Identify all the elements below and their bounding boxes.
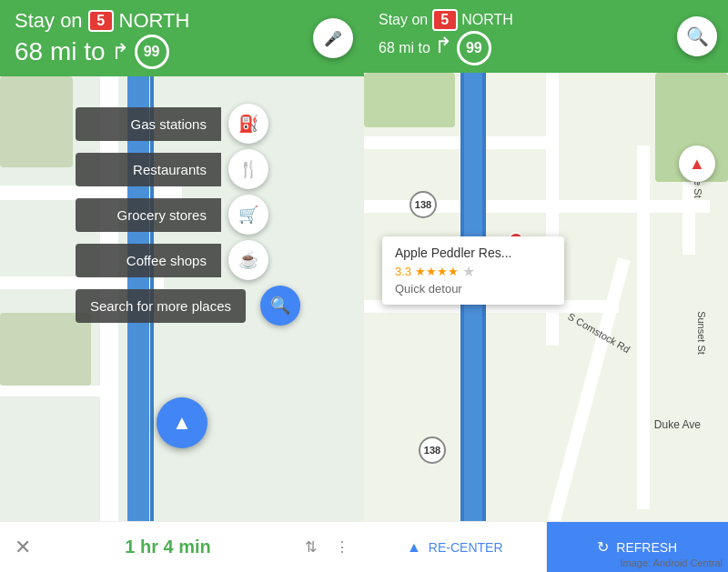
stay-on-text-left: Stay on bbox=[15, 9, 83, 33]
coffee-icon: ☕ bbox=[238, 250, 258, 270]
place-name: Apple Peddler Res... bbox=[395, 246, 551, 260]
restaurants-icon-btn[interactable]: 🍴 bbox=[228, 149, 268, 189]
compass[interactable]: ▲ bbox=[679, 146, 715, 182]
hwy-138-bottom: 138 bbox=[419, 437, 446, 464]
turn-arrow-right: ↱ bbox=[434, 33, 452, 57]
map-left: Gas stations ⛽ Restaurants 🍴 Grocery sto… bbox=[0, 76, 364, 521]
hwy-138-top: 138 bbox=[410, 191, 437, 218]
rating-number: 3.3 bbox=[395, 265, 411, 278]
right-nav-header: Stay on 5 NORTH 68 mi to ↱ 99 🔍 bbox=[364, 0, 728, 73]
sunset-st-label: Sunset St bbox=[696, 311, 707, 355]
gas-stations-label: Gas stations bbox=[76, 107, 221, 141]
recenter-button[interactable]: ▲ RE-CENTER bbox=[364, 522, 547, 572]
grocery-stores-label: Grocery stores bbox=[76, 198, 221, 232]
gas-stations-icon-btn[interactable]: ⛽ bbox=[228, 104, 268, 144]
detour-label: Quick detour bbox=[395, 282, 551, 296]
restaurants-label: Restaurants bbox=[76, 153, 221, 186]
r-road5 bbox=[637, 146, 650, 509]
recenter-icon: ▲ bbox=[407, 539, 421, 556]
bottom-bar-left: ✕ 1 hr 4 min ⇅ ⋮ bbox=[0, 521, 364, 572]
search-more-label: Search for more places bbox=[76, 289, 246, 323]
r-road1 bbox=[364, 136, 546, 149]
search-more-item[interactable]: Search for more places 🔍 bbox=[76, 286, 300, 326]
green-right2 bbox=[364, 73, 455, 127]
road-h3 bbox=[0, 386, 118, 396]
main-container: Stay on 5 NORTH 68 mi to ↱ 99 🎤 bbox=[0, 0, 728, 572]
i5-badge-left: 5 bbox=[88, 10, 114, 32]
distance-right: 68 mi to ↱ 99 bbox=[379, 31, 713, 65]
search-button-right[interactable]: 🔍 bbox=[677, 16, 717, 56]
north-label-right: NORTH bbox=[461, 12, 513, 27]
gas-stations-item[interactable]: Gas stations ⛽ bbox=[76, 104, 300, 144]
green1 bbox=[0, 76, 73, 167]
north-label-left: NORTH bbox=[119, 9, 190, 33]
recenter-label: RE-CENTER bbox=[429, 540, 503, 555]
stars-filled: ★★★★ bbox=[415, 265, 459, 278]
grocery-icon-btn[interactable]: 🛒 bbox=[228, 195, 268, 235]
refresh-icon: ↻ bbox=[597, 538, 609, 556]
bottom-icons: ⇅ ⋮ bbox=[305, 538, 349, 556]
fork-knife-icon: 🍴 bbox=[238, 159, 258, 179]
exit-99-left: 99 bbox=[135, 35, 169, 69]
quick-menu: Gas stations ⛽ Restaurants 🍴 Grocery sto… bbox=[76, 104, 300, 326]
exit-99-right: 99 bbox=[457, 31, 491, 65]
left-panel: Stay on 5 NORTH 68 mi to ↱ 99 🎤 bbox=[0, 0, 364, 572]
coffee-shops-label: Coffee shops bbox=[76, 244, 221, 277]
distance-left: 68 mi to ↱ 99 bbox=[15, 35, 349, 69]
watermark: Image: Android Central bbox=[620, 557, 723, 568]
info-card[interactable]: Apple Peddler Res... 3.3 ★★★★★ Quick det… bbox=[382, 236, 564, 305]
right-panel: Stay on 5 NORTH 68 mi to ↱ 99 🔍 bbox=[364, 0, 728, 572]
voice-button[interactable]: 🎤 bbox=[313, 18, 353, 58]
compass-icon: ▲ bbox=[689, 155, 705, 174]
stay-on-left: Stay on 5 NORTH bbox=[15, 9, 349, 33]
search-more-btn[interactable]: 🔍 bbox=[260, 286, 300, 326]
microphone-icon: 🎤 bbox=[324, 30, 342, 47]
duke-ave-label: Duke Ave bbox=[654, 418, 701, 431]
more-icon[interactable]: ⋮ bbox=[335, 538, 349, 556]
grocery-stores-item[interactable]: Grocery stores 🛒 bbox=[76, 195, 300, 235]
i5-badge-right: 5 bbox=[432, 9, 458, 31]
close-button[interactable]: ✕ bbox=[15, 536, 31, 559]
coffee-icon-btn[interactable]: ☕ bbox=[228, 240, 268, 280]
r-road4 bbox=[546, 73, 559, 346]
star-empty: ★ bbox=[462, 263, 475, 280]
stay-on-right: Stay on 5 NORTH bbox=[379, 9, 713, 31]
left-nav-header: Stay on 5 NORTH 68 mi to ↱ 99 🎤 bbox=[0, 0, 364, 76]
navigation-arrow: ▲ bbox=[157, 397, 207, 448]
map-right: Myrtle St Sunset St S Comstock Rd Duke A… bbox=[364, 73, 728, 521]
cart-icon: 🛒 bbox=[238, 205, 258, 225]
turn-arrow-left: ↱ bbox=[111, 39, 129, 65]
rating-row: 3.3 ★★★★★ bbox=[395, 263, 551, 280]
route-icon[interactable]: ⇅ bbox=[305, 538, 317, 556]
coffee-shops-item[interactable]: Coffee shops ☕ bbox=[76, 240, 300, 280]
eta-display: 1 hr 4 min bbox=[125, 537, 211, 557]
refresh-label: REFRESH bbox=[616, 540, 677, 555]
gas-icon: ⛽ bbox=[238, 114, 258, 134]
stay-on-text-right: Stay on bbox=[379, 12, 428, 27]
search-icon-right: 🔍 bbox=[686, 25, 709, 47]
restaurants-item[interactable]: Restaurants 🍴 bbox=[76, 149, 300, 189]
search-icon-left: 🔍 bbox=[270, 296, 290, 316]
